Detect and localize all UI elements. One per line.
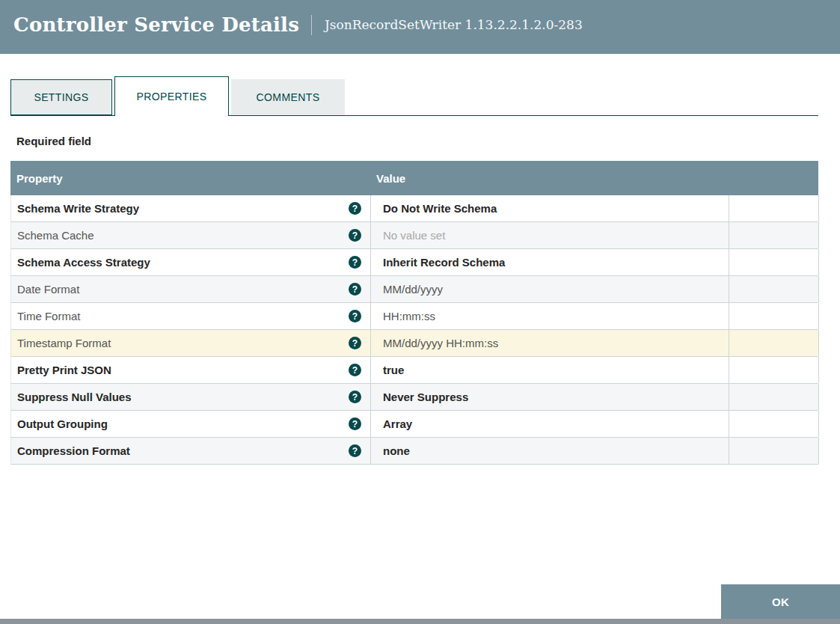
property-name-cell: Schema Cache? [11,222,371,248]
property-name-cell: Output Grouping? [11,411,371,437]
property-name: Compression Format [17,444,130,457]
row-extra-cell [729,222,819,248]
ok-button[interactable]: OK [721,584,840,619]
row-extra-cell [729,303,819,329]
property-row: Date Format?MM/dd/yyyy [10,276,818,303]
help-icon[interactable]: ? [349,391,361,403]
tab-comments[interactable]: COMMENTS [231,79,345,115]
row-extra-cell [729,249,819,275]
row-extra-cell [729,195,819,221]
row-extra-cell [729,357,819,383]
row-extra-cell [729,330,819,356]
property-name-cell: Timestamp Format? [11,330,371,356]
help-icon[interactable]: ? [349,417,361,430]
property-name-cell: Time Format? [11,303,371,329]
property-value: No value set [371,222,729,248]
property-value: true [371,357,729,383]
title-separator [311,15,312,35]
property-row: Suppress Null Values?Never Suppress [10,384,818,411]
property-name: Timestamp Format [17,337,111,349]
tab-properties-label: PROPERTIES [137,91,207,103]
ok-button-label: OK [772,596,789,608]
column-header-value: Value [370,172,729,185]
required-field-label: Required field [16,135,840,147]
property-row: Schema Cache?No value set [10,222,818,249]
row-extra-cell [729,411,819,437]
property-name: Schema Write Strategy [17,202,139,215]
tab-settings-label: SETTINGS [34,91,88,103]
help-icon[interactable]: ? [349,202,361,215]
properties-table: Property Value Schema Write Strategy?Do … [10,161,818,465]
properties-table-body: Schema Write Strategy?Do Not Write Schem… [10,195,818,465]
row-extra-cell [729,276,819,302]
property-name-cell: Pretty Print JSON? [11,357,371,383]
property-row: Schema Write Strategy?Do Not Write Schem… [10,195,818,222]
property-row: Output Grouping?Array [10,411,818,438]
row-extra-cell [729,438,819,464]
property-name: Output Grouping [17,417,108,430]
property-name-cell: Compression Format? [11,438,371,464]
dialog-bottom-edge [0,619,840,624]
property-value: MM/dd/yyyy [371,276,729,302]
property-name-cell: Schema Write Strategy? [11,195,371,221]
dialog-header: Controller Service Details JsonRecordSet… [0,0,840,54]
property-value: HH:mm:ss [371,303,729,329]
help-icon[interactable]: ? [349,310,361,322]
property-name: Schema Access Strategy [17,256,150,269]
property-name: Suppress Null Values [17,391,132,403]
property-name-cell: Schema Access Strategy? [11,249,371,275]
property-name-cell: Suppress Null Values? [11,384,371,410]
row-extra-cell [729,384,819,410]
tab-settings[interactable]: SETTINGS [10,79,112,115]
property-name: Time Format [17,310,80,322]
dialog-title: Controller Service Details [13,13,299,36]
property-value: Never Suppress [371,384,729,410]
help-icon[interactable]: ? [349,283,361,296]
tab-comments-label: COMMENTS [257,91,320,103]
property-value: Do Not Write Schema [371,195,729,221]
property-value: MM/dd/yyyy HH:mm:ss [371,330,729,356]
property-value: Array [371,411,729,437]
service-name-version: JsonRecordSetWriter 1.13.2.2.1.2.0-283 [325,17,583,32]
property-row: Schema Access Strategy?Inherit Record Sc… [10,249,818,276]
property-row: Timestamp Format?MM/dd/yyyy HH:mm:ss [10,330,818,357]
property-row: Compression Format?none [10,438,818,465]
property-name: Schema Cache [17,229,94,242]
table-header: Property Value [10,161,818,195]
property-value: Inherit Record Schema [371,249,729,275]
property-name: Pretty Print JSON [17,364,111,376]
column-header-property: Property [10,172,370,185]
property-name-cell: Date Format? [11,276,371,302]
help-icon[interactable]: ? [349,229,361,242]
tab-bar: SETTINGS PROPERTIES COMMENTS [10,76,818,116]
property-value: none [371,438,729,464]
property-row: Time Format?HH:mm:ss [10,303,818,330]
property-name: Date Format [17,283,79,296]
tab-properties[interactable]: PROPERTIES [114,76,229,116]
help-icon[interactable]: ? [349,444,361,457]
property-row: Pretty Print JSON?true [10,357,818,384]
help-icon[interactable]: ? [349,364,361,376]
help-icon[interactable]: ? [349,337,361,349]
help-icon[interactable]: ? [349,256,361,269]
